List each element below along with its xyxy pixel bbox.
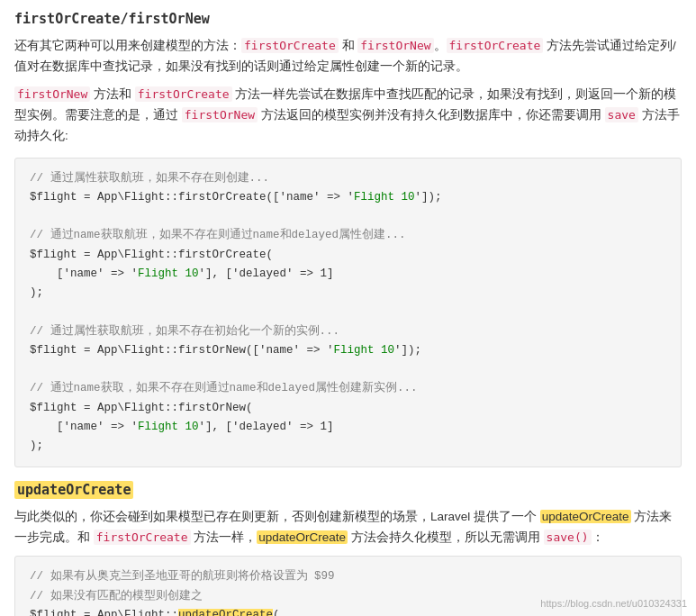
section1-desc1: 还有其它两种可以用来创建模型的方法：firstOrCreate 和 firstO…	[14, 36, 682, 77]
section2-desc: 与此类似的，你还会碰到如果模型已存在则更新，否则创建新模型的场景，Laravel…	[14, 507, 682, 548]
section2-title-code: updateOrCreate	[14, 481, 133, 499]
section1-title-code: firstOrCreate/firstOrNew	[14, 11, 210, 27]
section1-title: firstOrCreate/firstOrNew	[14, 11, 682, 27]
section2-title: updateOrCreate	[14, 482, 682, 498]
section1-code-block: // 通过属性获取航班，如果不存在则创建... $flight = App\Fl…	[14, 158, 682, 468]
watermark: https://blog.csdn.net/u010324331	[540, 598, 687, 609]
section1-desc2: firstOrNew 方法和 firstOrCreate 方法一样先尝试在数据库…	[14, 85, 682, 147]
